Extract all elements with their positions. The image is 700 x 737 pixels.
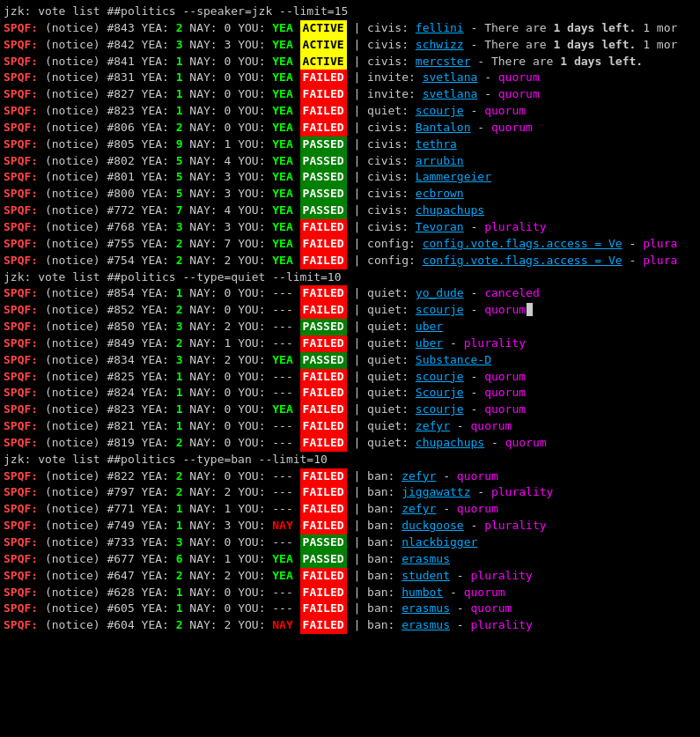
vote-target: erasmus [402,601,450,615]
result-text: quorum [470,419,512,432]
spqf-label: SPQF: [4,170,38,183]
result-text: plurality [470,569,532,582]
vote-row: SPQF: (notice) #834 YEA: 3 NAY: 2 YOU: Y… [4,352,696,369]
yea-label: YEA: [142,286,169,299]
result-text: quorum [484,386,526,399]
pipe: | [353,569,360,582]
pipe: | [353,254,360,267]
vote-target: scourje [416,370,464,383]
vote-row: SPQF: (notice) #822 YEA: 2 NAY: 0 YOU: -… [4,468,696,485]
yea-label: YEA: [142,535,169,549]
vote-num: #802 [107,154,134,167]
nay-count: 0 [225,303,232,316]
vote-badge: FAILED [300,418,347,435]
notice-label: (notice) [45,535,100,549]
notice-label: (notice) [45,601,100,615]
vote-badge: PASSED [300,169,347,186]
vote-badge: FAILED [300,86,347,103]
yea-count: 1 [176,419,183,432]
yea-label: YEA: [142,154,169,167]
vote-badge: PASSED [300,186,347,203]
you-label: YOU: [238,469,265,483]
pipe: | [353,535,360,549]
vote-row: SPQF: (notice) #841 YEA: 1 NAY: 0 YOU: Y… [4,54,696,70]
spqf-label: SPQF: [4,187,38,200]
you-label: YOU: [238,402,265,416]
vote-target: ecbrown [416,187,464,200]
vote-target: tethra [416,137,457,151]
dash: - [450,336,457,350]
yea-count: 6 [176,552,183,565]
nay-count: 0 [225,70,232,84]
vote-badge: FAILED [300,103,347,120]
nay-label: NAY: [189,370,217,383]
notice-label: (notice) [45,436,100,449]
nay-count: 3 [225,519,232,532]
vote-category: quiet: [367,353,409,366]
notice-label: (notice) [45,402,100,416]
you-vote: YEA [272,552,292,565]
pipe: | [353,170,360,183]
yea-label: YEA: [142,237,169,250]
result-text: quorum [470,601,512,615]
you-vote: --- [272,436,292,449]
you-label: YOU: [238,436,265,449]
vote-category: quiet: [367,303,409,316]
nay-count: 0 [225,55,232,68]
notice-label: (notice) [45,618,100,631]
vote-num: #605 [107,601,134,615]
you-vote: --- [272,370,292,383]
spqf-label: SPQF: [4,303,38,316]
nay-label: NAY: [189,286,217,299]
spqf-label: SPQF: [4,569,38,582]
vote-num: #824 [107,386,134,399]
you-vote: --- [272,502,292,515]
section-header: jzk: vote list ##politics --type=ban --l… [4,452,696,468]
dash: - [470,104,477,117]
result-text: There are 1 days left. [491,55,650,68]
pipe: | [353,104,360,117]
nay-label: NAY: [189,21,217,34]
notice-label: (notice) [45,386,100,399]
vote-category: civis: [367,187,409,200]
vote-badge: FAILED [300,236,347,253]
notice-label: (notice) [45,519,100,532]
you-vote: YEA [272,170,292,183]
vote-target: Bantalon [416,121,471,134]
vote-row: SPQF: (notice) #755 YEA: 2 NAY: 7 YOU: Y… [4,236,696,253]
vote-badge: PASSED [300,534,347,551]
pipe: | [353,87,360,100]
yea-count: 2 [176,569,183,582]
nay-count: 3 [225,187,232,200]
yea-count: 1 [176,601,183,615]
dash: - [630,237,637,250]
yea-count: 2 [176,436,183,449]
yea-label: YEA: [142,519,169,532]
nay-count: 4 [225,203,232,217]
vote-badge: FAILED [300,518,347,534]
notice-label: (notice) [45,70,100,84]
notice-label: (notice) [45,419,100,432]
notice-label: (notice) [45,87,100,100]
vote-category: ban: [367,552,394,565]
terminal-output: jzk: vote list ##politics --speaker=jzk … [4,4,696,634]
yea-count: 1 [176,370,183,383]
vote-num: #733 [107,535,134,549]
nay-label: NAY: [189,203,217,217]
vote-num: #834 [107,353,134,366]
pipe: | [353,336,360,350]
vote-row: SPQF: (notice) #852 YEA: 2 NAY: 0 YOU: -… [4,302,696,319]
vote-row: SPQF: (notice) #802 YEA: 5 NAY: 4 YOU: Y… [4,153,696,170]
pipe: | [353,601,360,615]
yea-count: 1 [176,386,183,399]
nay-count: 3 [225,220,232,233]
vote-row: SPQF: (notice) #819 YEA: 2 NAY: 0 YOU: -… [4,435,696,452]
yea-label: YEA: [142,187,169,200]
you-vote: NAY [272,519,292,532]
nay-label: NAY: [189,70,217,84]
yea-label: YEA: [142,586,169,599]
notice-label: (notice) [45,137,100,151]
dash: - [470,286,477,299]
nay-label: NAY: [189,303,217,316]
pipe: | [353,38,360,51]
